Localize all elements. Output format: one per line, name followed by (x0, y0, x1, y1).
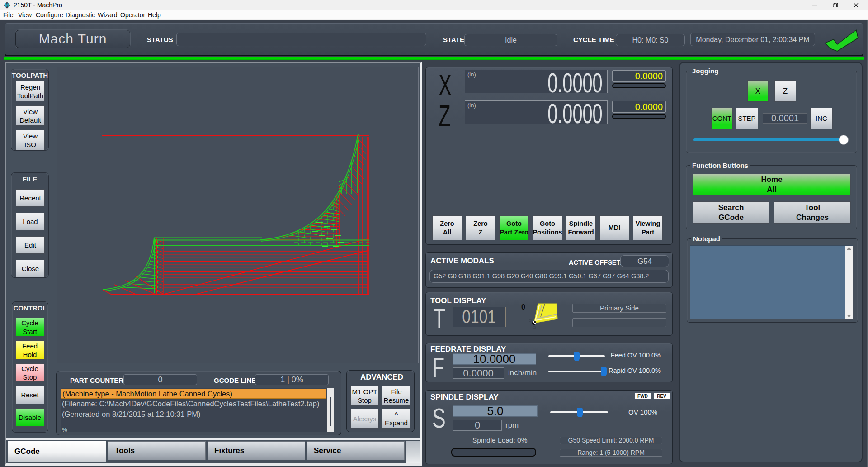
svg-text:M: M (5, 3, 9, 8)
